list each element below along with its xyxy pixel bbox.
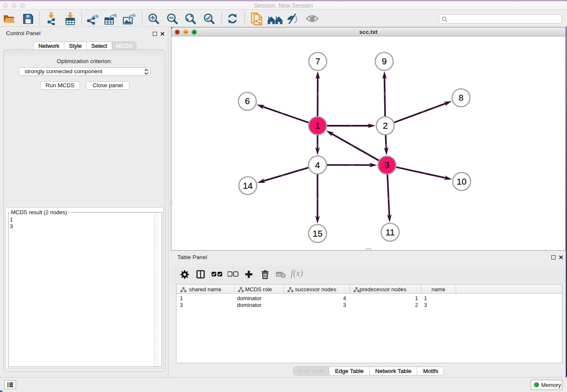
svg-text:9: 9	[382, 56, 387, 66]
svg-text:7: 7	[315, 56, 320, 66]
svg-text:10: 10	[457, 177, 466, 186]
svg-text:14: 14	[243, 181, 253, 190]
svg-text:11: 11	[385, 227, 395, 237]
svg-text:1: 1	[315, 121, 320, 130]
svg-text:6: 6	[245, 96, 250, 106]
svg-text:4: 4	[315, 160, 320, 170]
svg-text:2: 2	[383, 121, 388, 130]
svg-text:8: 8	[459, 93, 464, 102]
svg-text:3: 3	[385, 160, 390, 170]
svg-text:15: 15	[313, 229, 322, 238]
